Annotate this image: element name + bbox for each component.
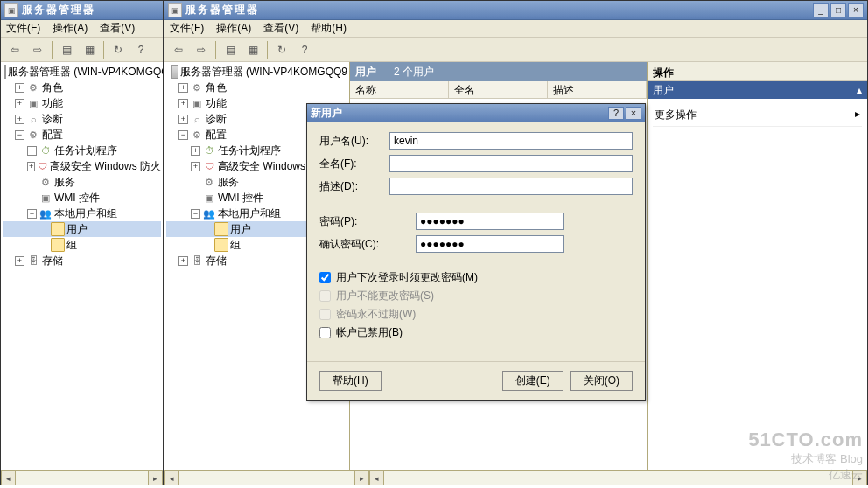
help-button[interactable]: ? [608, 107, 624, 120]
tree-services[interactable]: 服务 [218, 175, 239, 190]
col-desc[interactable]: 描述 [548, 81, 647, 98]
scroll-right-icon[interactable]: ▸ [852, 471, 867, 485]
tree-diag[interactable]: 诊断 [42, 112, 63, 127]
help-icon[interactable]: ? [294, 40, 315, 59]
expand-icon[interactable]: + [15, 83, 24, 93]
window-title: 服务器管理器 [186, 3, 813, 17]
menu-view[interactable]: 查看(V) [263, 21, 298, 36]
menu-file[interactable]: 文件(F) [170, 21, 204, 36]
must-change-checkbox[interactable] [319, 272, 331, 283]
scroll-left-icon[interactable]: ◂ [164, 471, 179, 485]
close-button[interactable]: × [626, 107, 641, 120]
menu-help[interactable]: 帮助(H) [311, 21, 346, 36]
tree-groups[interactable]: 组 [230, 238, 241, 253]
tree-task[interactable]: 任务计划程序 [54, 143, 117, 158]
background-window: ▣ 服务器管理器 文件(F) 操作(A) 查看(V) ⇦ ⇨ ▤ ▦ ↻ ? 服… [0, 0, 164, 485]
username-input[interactable] [389, 132, 633, 150]
scroll-left-icon[interactable]: ◂ [369, 471, 384, 485]
menu-file[interactable]: 文件(F) [6, 21, 40, 36]
confirm-password-label: 确认密码(C): [319, 237, 416, 252]
tree-storage[interactable]: 存储 [42, 254, 63, 268]
tree-config[interactable]: 配置 [42, 128, 63, 143]
tree-localusers[interactable]: 本地用户和组 [218, 206, 281, 221]
scroll-right-icon[interactable]: ▸ [148, 471, 163, 485]
cannot-change-label: 用户不能更改密码(S) [336, 289, 434, 303]
tree-users[interactable]: 用户 [66, 222, 88, 237]
tree-task[interactable]: 任务计划程序 [218, 143, 281, 158]
app-icon: ▣ [168, 3, 182, 17]
nav-fwd-icon[interactable]: ⇨ [191, 40, 212, 59]
tree-users[interactable]: 用户 [230, 222, 251, 237]
minimize-button[interactable]: _ [813, 3, 829, 17]
tree-features[interactable]: 功能 [42, 96, 63, 111]
account-disabled-checkbox[interactable] [319, 327, 331, 338]
account-disabled-label: 帐户已禁用(B) [336, 325, 402, 340]
fullname-input[interactable] [389, 155, 633, 172]
scroll-left-icon[interactable]: ◂ [1, 471, 16, 485]
actions-title: 操作 [648, 62, 867, 81]
list-columns[interactable]: 名称 全名 描述 [350, 81, 647, 99]
password-label: 密码(P): [319, 214, 416, 229]
username-label: 用户名(U): [319, 134, 389, 149]
tree-diag[interactable]: 诊断 [206, 112, 227, 127]
more-actions-label: 更多操作 [654, 108, 696, 122]
tree-storage[interactable]: 存储 [206, 254, 227, 268]
close-button[interactable]: × [848, 3, 864, 17]
tree-roles[interactable]: 角色 [206, 80, 227, 95]
actions-section-label: 用户 [653, 83, 674, 98]
tree-root[interactable]: 服务器管理器 (WIN-VP4KOMGQQ9 [180, 65, 347, 80]
desc-input[interactable] [389, 178, 633, 195]
refresh-icon[interactable]: ↻ [271, 40, 292, 59]
password-input[interactable] [416, 213, 564, 230]
nav-back-icon[interactable]: ⇦ [4, 40, 25, 59]
actions-pane: 操作 用户 ▴ 更多操作 ▸ [648, 62, 867, 470]
close-dialog-button[interactable]: 关闭(O) [570, 371, 633, 391]
help-button[interactable]: 帮助(H) [319, 371, 382, 391]
nav-fwd-icon[interactable]: ⇨ [27, 40, 48, 59]
confirm-password-input[interactable] [416, 235, 564, 253]
tree-wmi[interactable]: WMI 控件 [54, 191, 100, 206]
menu-view[interactable]: 查看(V) [100, 21, 135, 36]
tree-back[interactable]: 服务器管理器 (WIN-VP4KOMGQQ +⚙角色 +▣功能 +⌕诊断 −⚙配… [1, 62, 163, 270]
scroll-right-icon[interactable]: ▸ [354, 471, 369, 485]
maximize-button[interactable]: □ [830, 3, 846, 17]
hscroll-back[interactable]: ◂ ▸ [1, 470, 163, 485]
new-user-dialog: 新用户 ? × 用户名(U): 全名(F): 描述(D): 密码(P): 确认密… [306, 103, 646, 401]
tree-firewall[interactable]: 高级安全 Windows [218, 159, 305, 174]
nav-back-icon[interactable]: ⇦ [168, 40, 189, 59]
tree-root[interactable]: 服务器管理器 (WIN-VP4KOMGQQ [8, 65, 163, 80]
create-button[interactable]: 创建(E) [502, 371, 564, 391]
tree-wmi[interactable]: WMI 控件 [218, 191, 263, 206]
help-icon[interactable]: ? [130, 40, 151, 59]
dialog-title: 新用户 [311, 106, 606, 121]
menu-action[interactable]: 操作(A) [216, 21, 251, 36]
cannot-change-checkbox [319, 290, 331, 302]
refresh-icon[interactable]: ↻ [108, 40, 129, 59]
col-name[interactable]: 名称 [350, 81, 449, 98]
tree-services[interactable]: 服务 [54, 175, 75, 190]
tree-firewall[interactable]: 高级安全 Windows 防火 [50, 159, 161, 174]
titlebar-back: ▣ 服务器管理器 [1, 1, 163, 20]
menubar-back[interactable]: 文件(F) 操作(A) 查看(V) [1, 20, 163, 38]
copy-icon[interactable]: ▦ [242, 40, 263, 59]
menu-action[interactable]: 操作(A) [52, 21, 88, 36]
tree-features[interactable]: 功能 [206, 96, 227, 111]
must-change-label: 用户下次登录时须更改密码(M) [336, 270, 478, 285]
actions-section-header[interactable]: 用户 ▴ [648, 81, 867, 99]
tree-roles[interactable]: 角色 [42, 80, 63, 95]
tree-localusers[interactable]: 本地用户和组 [54, 206, 117, 221]
props-icon[interactable]: ▤ [220, 40, 241, 59]
more-actions-item[interactable]: 更多操作 ▸ [653, 104, 862, 127]
tree-config[interactable]: 配置 [206, 128, 227, 143]
props-icon[interactable]: ▤ [56, 40, 77, 59]
tree-groups[interactable]: 组 [66, 238, 77, 253]
dialog-titlebar[interactable]: 新用户 ? × [307, 104, 645, 122]
list-count: 2 个用户 [394, 65, 434, 80]
copy-icon[interactable]: ▦ [79, 40, 100, 59]
collapse-up-icon[interactable]: ▴ [857, 84, 862, 96]
hscroll-front[interactable]: ◂ ▸ ◂ ▸ [164, 470, 867, 485]
col-fullname[interactable]: 全名 [449, 81, 548, 98]
menubar-front[interactable]: 文件(F) 操作(A) 查看(V) 帮助(H) [164, 20, 867, 38]
never-expire-checkbox [319, 309, 331, 320]
window-title: 服务器管理器 [22, 3, 159, 17]
